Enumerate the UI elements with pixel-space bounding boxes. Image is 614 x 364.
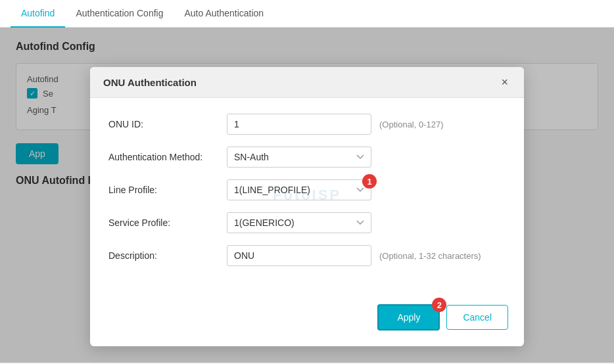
main-content: Autofind Config Autofind ✓ Se Aging T Ap…: [0, 28, 614, 363]
auth-method-select[interactable]: SN-Auth Password-Auth SN-Password: [227, 147, 371, 168]
apply-button-wrapper: Apply 2: [377, 304, 440, 330]
line-profile-select-wrapper: 1(LINE_PROFILE) 2(LINE_PROFILE2) 1: [227, 179, 371, 200]
description-hint: (Optional, 1-32 characters): [379, 251, 481, 261]
modal-footer: Apply 2 Cancel: [90, 294, 524, 346]
onu-id-row: ONU ID: (Optional, 0-127): [108, 114, 506, 135]
modal-body: ONU ID: (Optional, 0-127) Authentication…: [90, 98, 524, 294]
tab-authentication-config[interactable]: Authentication Config: [65, 0, 174, 28]
line-profile-select[interactable]: 1(LINE_PROFILE) 2(LINE_PROFILE2): [227, 179, 371, 200]
onu-id-input[interactable]: [227, 114, 371, 135]
onu-id-hint: (Optional, 0-127): [379, 120, 444, 129]
modal-title: ONU Authentication: [103, 77, 197, 88]
step-badge-2: 2: [432, 298, 446, 312]
onu-id-label: ONU ID:: [108, 119, 227, 129]
tabs-bar: Autofind Authentication Config Auto Auth…: [0, 0, 614, 28]
auth-method-select-wrapper: SN-Auth Password-Auth SN-Password: [227, 147, 371, 168]
auth-method-label: Authentication Method:: [108, 152, 227, 162]
line-profile-label: Line Profile:: [108, 185, 227, 195]
auth-method-row: Authentication Method: SN-Auth Password-…: [108, 147, 506, 168]
modal-close-button[interactable]: ×: [498, 76, 511, 88]
service-profile-select[interactable]: 1(GENERICO) 2(SERVICE2): [227, 212, 371, 233]
step-badge-1: 1: [362, 174, 377, 189]
modal-overlay: ONU Authentication × ONU ID: (Optional, …: [0, 28, 614, 363]
description-label: Description:: [108, 250, 227, 261]
description-row: Description: (Optional, 1-32 characters): [108, 245, 506, 266]
line-profile-row: Line Profile: 1(LINE_PROFILE) 2(LINE_PRO…: [108, 179, 506, 200]
modal-apply-button[interactable]: Apply: [377, 304, 440, 330]
tab-auto-authentication[interactable]: Auto Authentication: [174, 0, 274, 28]
tab-autofind[interactable]: Autofind: [11, 0, 65, 28]
description-input[interactable]: [227, 245, 371, 266]
service-profile-row: Service Profile: 1(GENERICO) 2(SERVICE2): [108, 212, 506, 233]
service-profile-select-wrapper: 1(GENERICO) 2(SERVICE2): [227, 212, 371, 233]
modal-cancel-button[interactable]: Cancel: [446, 305, 508, 330]
onu-authentication-modal: ONU Authentication × ONU ID: (Optional, …: [90, 67, 524, 346]
modal-header: ONU Authentication ×: [90, 67, 524, 98]
service-profile-label: Service Profile:: [108, 217, 227, 228]
